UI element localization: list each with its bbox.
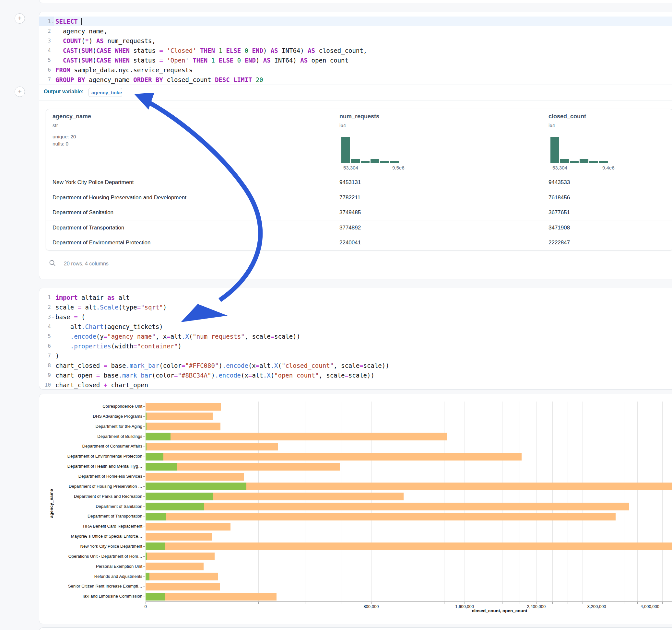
y-axis-domain-line — [146, 402, 146, 602]
python-code-editor[interactable]: 1import altair as alt2scale = alt.Scale(… — [39, 288, 672, 390]
bar-closed-count — [146, 503, 629, 510]
code-token: = — [133, 343, 137, 350]
collapse-chevron-icon[interactable]: ⌄ — [51, 312, 55, 322]
y-axis-label: Department of Homeless Services — [39, 474, 142, 479]
code-token: .mark_bar — [119, 372, 152, 379]
table-row: Department of Sanitation37494853677651 — [46, 205, 672, 220]
line-number: 7 — [39, 75, 51, 84]
code-token: = — [182, 362, 185, 369]
gridline — [305, 402, 305, 602]
sql-cell: 1⌄SELECT 2 agency_name,3 COUNT(*) AS num… — [39, 12, 672, 280]
y-axis-tick — [143, 577, 145, 577]
x-axis-tick — [341, 602, 341, 604]
code-token: ( — [92, 47, 96, 54]
gridline — [582, 402, 583, 602]
code-token: sample_data.nyc.service_requests — [70, 67, 193, 74]
y-axis-label: Operations Unit - Department of Hom… — [39, 554, 142, 559]
sql-code-editor[interactable]: 1⌄SELECT 2 agency_name,3 COUNT(*) AS num… — [39, 12, 672, 84]
y-axis-tick — [143, 416, 145, 417]
code-token — [233, 57, 237, 64]
y-axis-label: Department of Housing Preservation … — [39, 484, 142, 489]
code-line: agency_name, — [55, 26, 672, 36]
x-axis-tick-label: 4,000,000 — [630, 604, 669, 609]
code-token: CAST — [63, 57, 78, 64]
x-axis-tick — [258, 602, 259, 604]
x-axis-tick — [444, 602, 445, 604]
gridline — [637, 402, 638, 602]
code-token — [55, 37, 63, 44]
code-token — [189, 57, 193, 64]
code-token: ) — [211, 372, 215, 379]
code-token: agency_name, — [55, 28, 107, 35]
code-token: chart_open — [55, 372, 96, 379]
code-line-row: 3 COUNT(*) AS num_requests, — [39, 36, 672, 46]
code-token: (agency_tickets) — [104, 323, 163, 330]
code-token: ORDER BY — [133, 76, 163, 83]
code-token — [111, 57, 115, 64]
histogram-bar — [560, 159, 569, 163]
code-line: import altair as alt — [55, 293, 672, 302]
code-token: SUM — [81, 57, 92, 64]
code-token — [241, 57, 244, 64]
code-token: ( — [78, 57, 81, 64]
bar-open-count — [146, 573, 149, 580]
line-number: 1 — [39, 293, 51, 302]
code-token: as — [107, 294, 115, 301]
y-axis-tick — [143, 496, 145, 497]
code-token: ) — [256, 57, 263, 64]
code-token: .Chart — [81, 323, 104, 330]
code-token: .Scale — [96, 304, 119, 311]
y-axis-label: Department of Health and Mental Hyg… — [39, 464, 142, 469]
code-line-row: 10chart_closed + chart_open — [39, 380, 672, 390]
column-unique-stat: unique: 20 — [52, 134, 76, 140]
code-token: ELSE — [219, 57, 234, 64]
add-cell-button-middle[interactable]: + — [15, 87, 25, 97]
code-token: base — [107, 362, 126, 369]
y-axis-label: Department of Transportation — [39, 514, 142, 519]
bar-open-count — [146, 443, 146, 451]
search-icon[interactable] — [49, 260, 56, 267]
bar-chart-plot-area — [146, 402, 672, 602]
code-token — [241, 47, 244, 54]
histogram-bar — [589, 161, 598, 163]
bar-closed-count — [146, 563, 203, 571]
code-token: ( — [78, 313, 85, 320]
histogram-max-label: 9.4e6 — [602, 165, 615, 170]
code-token — [78, 18, 81, 25]
code-token: = — [159, 47, 163, 54]
code-token: import — [55, 294, 78, 301]
code-token: "num_requests" — [193, 333, 244, 340]
output-variable-bar: Output variable: agency_tickets — [39, 84, 672, 100]
gridline — [520, 402, 520, 602]
code-token — [215, 47, 218, 54]
code-token: alt — [259, 362, 270, 369]
bar-closed-count — [146, 523, 231, 531]
line-number: 6 — [39, 65, 51, 75]
bar-open-count — [146, 492, 213, 500]
code-token: .properties — [70, 343, 111, 350]
output-variable-pill[interactable]: agency_tickets — [89, 88, 122, 97]
table-cell: 7782211 — [339, 194, 360, 201]
add-cell-button-top[interactable]: + — [15, 13, 25, 24]
column-name: closed_count — [549, 113, 586, 120]
code-token: ) — [218, 362, 222, 369]
code-token: = — [104, 333, 107, 340]
code-token: ) — [178, 343, 182, 350]
code-token: AS — [271, 47, 278, 54]
y-axis-tick — [143, 556, 145, 557]
line-number: 4 — [39, 46, 51, 55]
bar-open-count — [146, 463, 177, 470]
table-cell: New York City Police Department — [52, 179, 134, 186]
gridline — [611, 402, 611, 602]
code-line: CAST(SUM(CASE WHEN status = 'Closed' THE… — [55, 46, 672, 55]
histogram-bar — [380, 161, 389, 163]
x-axis-line — [146, 602, 672, 602]
code-token: CASE — [96, 57, 111, 64]
y-axis-tick — [143, 457, 145, 457]
num-requests-histogram — [341, 137, 399, 163]
column-type: i64 — [339, 122, 346, 128]
code-token: * — [85, 37, 89, 44]
collapse-chevron-icon[interactable]: ⌄ — [51, 17, 55, 26]
code-line: chart_closed = base.mark_bar(color="#FFC… — [55, 361, 672, 370]
code-token: = — [360, 362, 363, 369]
